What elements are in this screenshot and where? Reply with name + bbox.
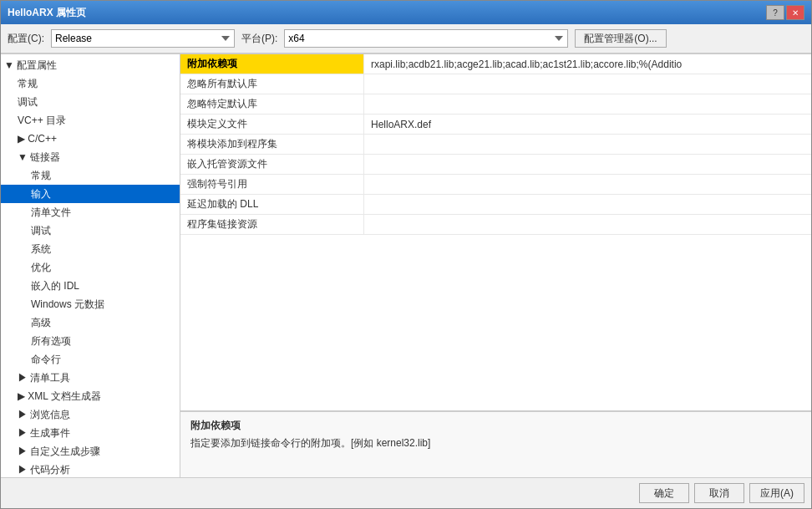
tree-item-label-vcpp-dirs: VC++ 目录 bbox=[18, 113, 176, 128]
tree-item-label-linker-optimize: 优化 bbox=[31, 260, 176, 275]
prop-name-7: 延迟加载的 DLL bbox=[180, 195, 364, 214]
prop-name-0: 附加依赖项 bbox=[180, 54, 364, 74]
description-panel: 附加依赖项 指定要添加到链接命令行的附加项。[例如 kernel32.lib] bbox=[180, 410, 811, 477]
title-bar-buttons: ? ✕ bbox=[766, 5, 804, 20]
tree-item-label-custom-build: ▶ 自定义生成步骤 bbox=[18, 444, 176, 459]
tree-item-linker-manifest[interactable]: 清单文件 bbox=[1, 203, 180, 221]
tree-item-debug[interactable]: 调试 bbox=[1, 93, 180, 111]
tree-item-label-linker-debug: 调试 bbox=[31, 223, 176, 238]
cancel-button[interactable]: 取消 bbox=[694, 483, 744, 503]
tree-item-label-build-events: ▶ 生成事件 bbox=[18, 425, 176, 440]
main-window: HelloARX 属性页 ? ✕ 配置(C): Release Debug 平台… bbox=[0, 0, 812, 509]
tree-item-label-linker-input: 输入 bbox=[31, 186, 176, 201]
table-row: 忽略特定默认库 bbox=[180, 94, 811, 115]
table-row: 附加依赖项rxapi.lib;acdb21.lib;acge21.lib;aca… bbox=[180, 54, 811, 74]
apply-button[interactable]: 应用(A) bbox=[749, 483, 804, 503]
table-row: 将模块添加到程序集 bbox=[180, 135, 811, 155]
tree-item-general[interactable]: 常规 bbox=[1, 74, 180, 93]
left-panel: ▼ 配置属性常规调试VC++ 目录▶ C/C++▼ 链接器常规输入清单文件调试系… bbox=[1, 54, 180, 477]
table-row: 嵌入托管资源文件 bbox=[180, 155, 811, 175]
table-row: 延迟加载的 DLL bbox=[180, 195, 811, 215]
tree-item-linker-input[interactable]: 输入 bbox=[1, 185, 180, 203]
table-row: 忽略所有默认库 bbox=[180, 74, 811, 94]
config-manager-button[interactable]: 配置管理器(O)... bbox=[575, 29, 666, 48]
prop-value-0[interactable]: rxapi.lib;acdb21.lib;acge21.lib;acad.lib… bbox=[364, 54, 811, 74]
tree-item-label-browse-info: ▶ 浏览信息 bbox=[18, 407, 176, 422]
table-row: 模块定义文件HelloARX.def bbox=[180, 115, 811, 135]
tree-item-linker-general[interactable]: 常规 bbox=[1, 166, 180, 185]
title-bar: HelloARX 属性页 ? ✕ bbox=[1, 1, 811, 24]
tree-item-label-general: 常规 bbox=[18, 76, 176, 91]
tree-item-linker-idl[interactable]: 嵌入的 IDL bbox=[1, 277, 180, 295]
tree-item-label-code-analysis: ▶ 代码分析 bbox=[18, 462, 176, 477]
tree-item-label-linker-advanced: 高级 bbox=[31, 315, 176, 330]
window-title: HelloARX 属性页 bbox=[8, 6, 86, 20]
prop-name-5: 嵌入托管资源文件 bbox=[180, 155, 364, 174]
tree-item-custom-build[interactable]: ▶ 自定义生成步骤 bbox=[1, 442, 180, 461]
tree-item-label-debug: 调试 bbox=[18, 94, 176, 109]
prop-name-4: 将模块添加到程序集 bbox=[180, 135, 364, 154]
tree-item-linker-allopts[interactable]: 所有选项 bbox=[1, 332, 180, 350]
tree-item-xml-doc[interactable]: ▶ XML 文档生成器 bbox=[1, 387, 180, 405]
prop-value-5[interactable] bbox=[364, 155, 811, 174]
tree-item-label-config-props: ▼ 配置属性 bbox=[4, 58, 176, 73]
description-title: 附加依赖项 bbox=[190, 419, 801, 433]
main-content: ▼ 配置属性常规调试VC++ 目录▶ C/C++▼ 链接器常规输入清单文件调试系… bbox=[1, 53, 811, 477]
tree-item-browse-info[interactable]: ▶ 浏览信息 bbox=[1, 405, 180, 424]
config-select[interactable]: Release Debug bbox=[51, 29, 235, 48]
tree-item-label-cpp: ▶ C/C++ bbox=[18, 131, 176, 146]
tree-item-code-analysis[interactable]: ▶ 代码分析 bbox=[1, 461, 180, 477]
tree-item-label-linker-cmdline: 命令行 bbox=[31, 352, 176, 367]
prop-name-2: 忽略特定默认库 bbox=[180, 94, 364, 114]
tree-item-vcpp-dirs[interactable]: VC++ 目录 bbox=[1, 111, 180, 130]
tree-item-config-props[interactable]: ▼ 配置属性 bbox=[1, 56, 180, 74]
tree-item-label-linker-allopts: 所有选项 bbox=[31, 333, 176, 349]
tree-item-label-linker-system: 系统 bbox=[31, 242, 176, 257]
platform-select[interactable]: x64 x86 bbox=[284, 29, 568, 48]
platform-label: 平台(P): bbox=[241, 32, 277, 46]
table-row: 强制符号引用 bbox=[180, 175, 811, 195]
table-row: 程序集链接资源 bbox=[180, 215, 811, 235]
tree-item-linker-advanced[interactable]: 高级 bbox=[1, 313, 180, 332]
prop-value-7[interactable] bbox=[364, 195, 811, 214]
tree-item-label-linker-manifest: 清单文件 bbox=[31, 205, 176, 220]
description-text: 指定要添加到链接命令行的附加项。[例如 kernel32.lib] bbox=[190, 436, 801, 450]
tree-item-manifest-tool[interactable]: ▶ 清单工具 bbox=[1, 369, 180, 387]
prop-value-1[interactable] bbox=[364, 74, 811, 94]
tree-item-linker[interactable]: ▼ 链接器 bbox=[1, 148, 180, 166]
config-label: 配置(C): bbox=[8, 32, 44, 46]
prop-value-4[interactable] bbox=[364, 135, 811, 154]
tree-item-linker-optimize[interactable]: 优化 bbox=[1, 258, 180, 277]
prop-value-2[interactable] bbox=[364, 94, 811, 114]
tree-item-linker-debug[interactable]: 调试 bbox=[1, 221, 180, 240]
right-panel: 附加依赖项rxapi.lib;acdb21.lib;acge21.lib;aca… bbox=[180, 54, 811, 477]
toolbar: 配置(C): Release Debug 平台(P): x64 x86 配置管理… bbox=[1, 24, 811, 53]
prop-name-1: 忽略所有默认库 bbox=[180, 74, 364, 94]
tree-item-linker-cmdline[interactable]: 命令行 bbox=[1, 350, 180, 369]
tree-item-build-events[interactable]: ▶ 生成事件 bbox=[1, 424, 180, 442]
prop-name-8: 程序集链接资源 bbox=[180, 215, 364, 234]
tree-item-linker-winmeta[interactable]: Windows 元数据 bbox=[1, 295, 180, 313]
properties-table: 附加依赖项rxapi.lib;acdb21.lib;acge21.lib;aca… bbox=[180, 54, 811, 410]
tree-item-label-linker-idl: 嵌入的 IDL bbox=[31, 278, 176, 293]
ok-button[interactable]: 确定 bbox=[639, 483, 689, 503]
tree-item-label-manifest-tool: ▶ 清单工具 bbox=[18, 370, 176, 385]
tree-item-label-xml-doc: ▶ XML 文档生成器 bbox=[18, 389, 176, 404]
prop-name-3: 模块定义文件 bbox=[180, 115, 364, 134]
prop-value-8[interactable] bbox=[364, 215, 811, 234]
prop-name-6: 强制符号引用 bbox=[180, 175, 364, 194]
tree-item-label-linker-winmeta: Windows 元数据 bbox=[31, 297, 176, 312]
help-button[interactable]: ? bbox=[766, 5, 784, 20]
tree-item-cpp[interactable]: ▶ C/C++ bbox=[1, 130, 180, 148]
bottom-buttons: 确定 取消 应用(A) bbox=[1, 477, 811, 508]
prop-value-3[interactable]: HelloARX.def bbox=[364, 115, 811, 134]
close-button[interactable]: ✕ bbox=[786, 5, 804, 20]
prop-value-6[interactable] bbox=[364, 175, 811, 194]
tree-item-linker-system[interactable]: 系统 bbox=[1, 240, 180, 258]
tree-item-label-linker: ▼ 链接器 bbox=[18, 150, 176, 165]
tree-item-label-linker-general: 常规 bbox=[31, 168, 176, 183]
